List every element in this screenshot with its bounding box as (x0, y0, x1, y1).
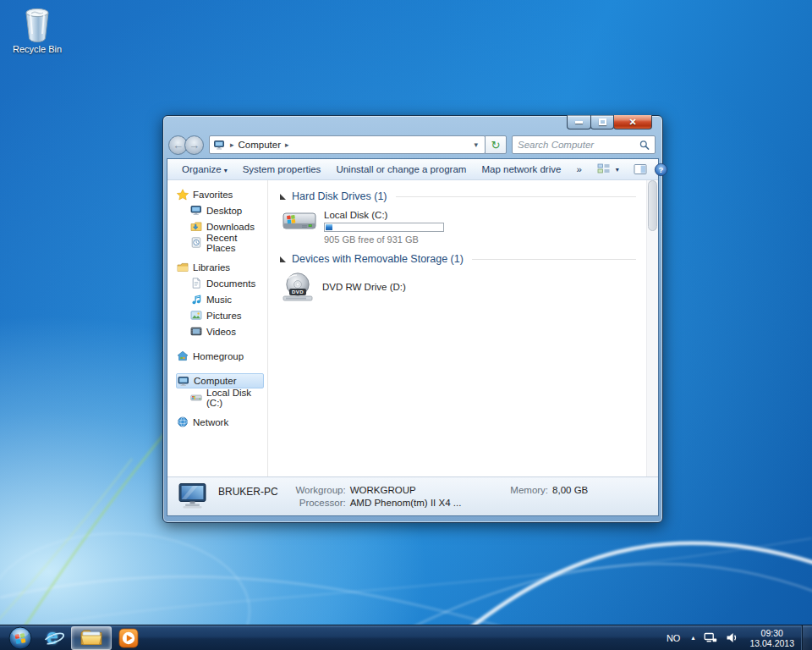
help-button[interactable]: ? (654, 162, 668, 177)
maximize-button[interactable] (590, 115, 614, 129)
system-properties-button[interactable]: System properties (235, 162, 329, 177)
change-view-button[interactable]: ▾ (590, 161, 627, 178)
taskbar-windows-explorer-button[interactable] (71, 626, 112, 650)
search-input[interactable] (518, 140, 639, 150)
address-row: ← → ▸ Computer ▸ ▾ ↻ (167, 135, 659, 158)
group-rule (396, 196, 636, 197)
pictures-icon (189, 310, 203, 322)
processor-label: Processor: (290, 498, 346, 508)
search-box (512, 135, 656, 154)
memory-label: Memory: (510, 485, 548, 495)
sidebar-item-pictures[interactable]: Pictures (176, 308, 267, 322)
sidebar-label: Libraries (193, 262, 230, 273)
dvd-drive-item[interactable]: DVD DVD RW Drive (D:) (282, 272, 641, 302)
toolbar-overflow-button[interactable]: » (568, 162, 589, 177)
sidebar-label: Music (206, 295, 232, 305)
sidebar-item-recent-places[interactable]: Recent Places (176, 235, 267, 250)
recycle-bin-icon (20, 5, 54, 42)
processor-value: AMD Phenom(tm) II X4 ... (350, 498, 462, 508)
taskbar-media-player-button[interactable] (112, 625, 145, 650)
address-dropdown-icon[interactable]: ▾ (470, 140, 481, 149)
sidebar-item-documents[interactable]: Documents (176, 276, 267, 290)
sidebar-item-local-disk-c[interactable]: Local Disk (C:) (176, 390, 267, 405)
computer-name: BRUKER-PC (218, 486, 278, 498)
svg-text:?: ? (658, 164, 663, 174)
show-desktop-button[interactable] (801, 625, 812, 650)
local-disk-item[interactable]: Local Disk (C:) 905 GB free of 931 GB (282, 209, 641, 245)
sidebar-item-music[interactable]: Music (176, 292, 267, 306)
uninstall-program-button[interactable]: Uninstall or change a program (328, 162, 474, 177)
close-button[interactable]: ✕ (613, 115, 652, 129)
preview-pane-button[interactable] (634, 163, 647, 175)
network-tray-button[interactable] (700, 631, 721, 644)
memory-field: Memory: 8,00 GB (510, 485, 588, 495)
breadcrumb-arrow-icon[interactable]: ▸ (281, 140, 294, 149)
recycle-bin-label: Recycle Bin (5, 44, 69, 54)
dvd-drive-icon (282, 272, 314, 302)
sidebar-item-libraries[interactable]: Libraries (176, 260, 267, 274)
language-indicator[interactable]: NO (661, 633, 687, 643)
group-header-hard-disks[interactable]: Hard Disk Drives (1) (280, 190, 641, 202)
map-network-drive-button[interactable]: Map network drive (474, 162, 568, 177)
sidebar-label: Pictures (206, 311, 242, 321)
sidebar-item-desktop[interactable]: Desktop (176, 203, 267, 218)
minimize-button[interactable] (567, 115, 591, 129)
search-icon[interactable] (639, 140, 650, 151)
network-tray-icon (704, 631, 717, 644)
volume-tray-button[interactable] (721, 631, 743, 644)
taskbar-clock[interactable]: 09:30 13.04.2013 (743, 628, 801, 648)
items-view: Hard Disk Drives (1) (267, 180, 646, 476)
recycle-bin-shortcut[interactable]: Recycle Bin (5, 5, 69, 54)
group-rule (472, 259, 636, 260)
sidebar-label: Downloads (206, 222, 255, 232)
downloads-icon (189, 221, 203, 233)
close-icon: ✕ (628, 117, 636, 128)
sidebar-item-computer[interactable]: Computer (176, 373, 264, 388)
window-titlebar[interactable]: ✕ (167, 116, 659, 135)
dvd-disc-label: DVD (289, 289, 306, 295)
homegroup-icon (176, 350, 189, 362)
refresh-button[interactable]: ↻ (485, 135, 507, 154)
command-bar: Organize▾ System properties Uninstall or… (167, 159, 658, 180)
computer-details-icon (176, 482, 210, 511)
help-icon: ? (654, 162, 668, 177)
vertical-scrollbar[interactable] (646, 180, 658, 476)
sidebar-item-downloads[interactable]: Downloads (176, 219, 267, 234)
organize-dropdown-icon: ▾ (224, 167, 228, 174)
address-bar[interactable]: ▸ Computer ▸ ▾ (209, 135, 486, 154)
drive-free-space: 905 GB free of 931 GB (324, 234, 444, 245)
sidebar-item-network[interactable]: Network (176, 415, 267, 429)
music-icon (189, 294, 203, 306)
clock-time: 09:30 (749, 628, 794, 638)
sidebar-item-videos[interactable]: Videos (176, 324, 267, 339)
videos-icon (189, 326, 203, 338)
breadcrumb-arrow-icon: ▸ (226, 140, 239, 149)
sidebar-label: Computer (194, 376, 237, 386)
taskbar-internet-explorer-button[interactable]: e (37, 625, 71, 650)
sidebar-item-homegroup[interactable]: Homegroup (176, 349, 267, 363)
sidebar-item-favorites[interactable]: Favorites (176, 187, 267, 201)
details-pane: BRUKER-PC Workgroup: WORKGROUP Processor… (167, 476, 658, 515)
sidebar-label: Homegroup (193, 351, 244, 361)
organize-label: Organize (182, 164, 222, 174)
organize-button[interactable]: Organize▾ (174, 162, 235, 177)
start-button[interactable] (3, 625, 37, 650)
capacity-bar (324, 223, 444, 232)
document-icon (189, 278, 203, 289)
internet-explorer-icon: e (43, 627, 65, 649)
views-dropdown-icon: ▾ (616, 166, 619, 174)
memory-value: 8,00 GB (552, 485, 588, 495)
forward-button[interactable]: → (184, 135, 204, 155)
system-tray: NO ▴ 09:30 13.04.2013 (661, 625, 812, 650)
breadcrumb-computer[interactable]: Computer (239, 140, 282, 150)
explorer-window: ✕ ← → ▸ Computer ▸ ▾ ↻ (162, 115, 663, 523)
group-header-removable-storage[interactable]: Devices with Removable Storage (1) (280, 253, 641, 265)
sidebar-label: Recent Places (206, 233, 267, 253)
sidebar-label: Network (193, 417, 228, 427)
scrollbar-thumb[interactable] (648, 180, 657, 231)
computer-icon (177, 375, 190, 387)
sidebar-label: Favorites (193, 190, 233, 200)
details-fields: Workgroup: WORKGROUP Processor: AMD Phen… (290, 485, 462, 508)
hidden-icons-button[interactable]: ▴ (686, 634, 700, 642)
taskbar: e NO ▴ (0, 625, 812, 650)
